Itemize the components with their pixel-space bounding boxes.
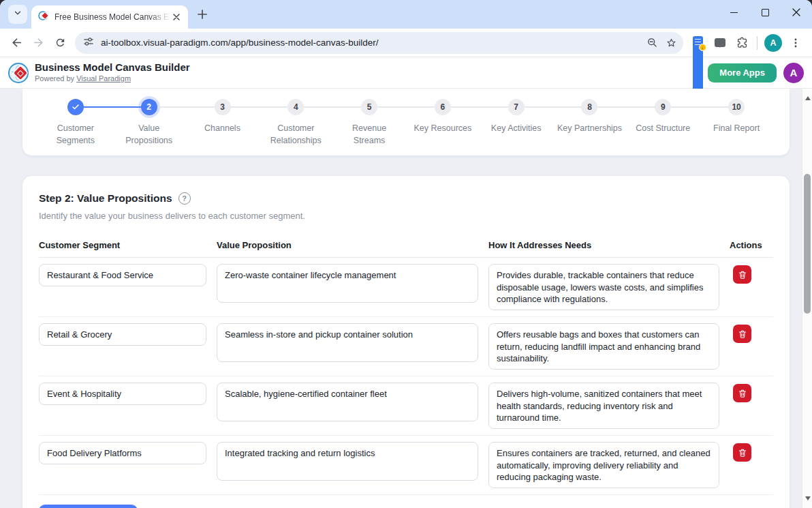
minimize-button[interactable] bbox=[718, 0, 749, 25]
browser-profile-avatar[interactable]: A bbox=[764, 34, 782, 52]
step-number: 3 bbox=[220, 102, 225, 112]
reload-button[interactable] bbox=[49, 32, 71, 54]
stepper-step[interactable]: 10 Final Report bbox=[700, 98, 773, 155]
step-connector bbox=[157, 106, 186, 108]
delete-row-button[interactable] bbox=[733, 384, 751, 402]
step-circle[interactable]: 9 bbox=[655, 99, 671, 115]
step-label: Revenue Streams bbox=[335, 122, 403, 147]
scroll-down-icon[interactable] bbox=[805, 496, 811, 503]
step-circle[interactable]: 4 bbox=[287, 99, 304, 115]
stepper-step[interactable]: 3 Channels bbox=[186, 98, 260, 155]
site-settings-icon[interactable] bbox=[83, 36, 94, 50]
star-icon bbox=[666, 37, 677, 48]
customer-segment-input[interactable] bbox=[39, 264, 206, 286]
close-button[interactable] bbox=[781, 0, 812, 25]
stepper-step[interactable]: 5 Revenue Streams bbox=[332, 98, 406, 155]
scroll-up-icon[interactable] bbox=[805, 93, 811, 100]
column-header: How It Addresses Needs bbox=[488, 240, 719, 250]
stepper-step[interactable]: 2 Value Propositions bbox=[112, 98, 186, 155]
stepper-step[interactable]: 7 Key Activities bbox=[480, 98, 553, 155]
user-avatar[interactable]: A bbox=[783, 63, 804, 83]
chat-bubble-icon bbox=[715, 38, 725, 47]
delete-row-button[interactable] bbox=[733, 443, 751, 462]
value-proposition-input[interactable] bbox=[217, 383, 478, 421]
zoom-indicator-button[interactable] bbox=[642, 33, 661, 53]
step-label: Value Propositions bbox=[115, 122, 183, 147]
step-circle[interactable]: 1 bbox=[67, 99, 84, 115]
address-bar[interactable]: ai-toolbox.visual-paradigm.com/app/busin… bbox=[75, 32, 683, 54]
table-body bbox=[39, 258, 773, 495]
column-header: Value Proposition bbox=[217, 240, 478, 250]
step-label: Customer Relationships bbox=[262, 122, 330, 147]
tab-close-icon[interactable] bbox=[170, 11, 183, 23]
value-proposition-input[interactable] bbox=[217, 264, 478, 303]
step-circle[interactable]: 8 bbox=[581, 99, 597, 115]
app-header: Business Model Canvas Builder Powered by… bbox=[0, 57, 812, 89]
step-number: 7 bbox=[514, 102, 518, 112]
stepper-step[interactable]: 4 Customer Relationships bbox=[259, 98, 332, 155]
needs-input[interactable] bbox=[488, 442, 719, 488]
step-subtitle: Identify the value your business deliver… bbox=[39, 211, 773, 221]
step-circle[interactable]: 6 bbox=[435, 99, 451, 115]
bookmark-star-button[interactable] bbox=[661, 33, 681, 53]
chevron-down-icon bbox=[13, 8, 22, 20]
customer-segment-input[interactable] bbox=[39, 383, 206, 405]
help-icon[interactable]: ? bbox=[178, 192, 191, 205]
step-circle[interactable]: 5 bbox=[361, 99, 377, 115]
more-apps-button[interactable]: More Apps bbox=[708, 63, 777, 83]
document-extension-icon: ↓ bbox=[693, 36, 704, 50]
step-connector bbox=[377, 106, 406, 108]
stepper-step[interactable]: 8 Key Partnerships bbox=[553, 98, 627, 155]
toolbar-separator bbox=[757, 36, 758, 50]
stepper-step[interactable]: 1 Customer Segments bbox=[39, 98, 112, 155]
step-connector bbox=[186, 106, 215, 108]
customer-segment-input[interactable] bbox=[39, 442, 206, 464]
browser-menu-button[interactable] bbox=[785, 32, 807, 54]
needs-input[interactable] bbox=[488, 383, 719, 429]
extensions-button[interactable] bbox=[731, 32, 753, 54]
delete-row-button[interactable] bbox=[733, 265, 751, 284]
step-circle[interactable]: 10 bbox=[728, 99, 745, 115]
reload-icon bbox=[54, 37, 66, 48]
stepper-step[interactable]: 6 Key Resources bbox=[406, 98, 480, 155]
needs-input[interactable] bbox=[488, 264, 719, 310]
needs-input[interactable] bbox=[488, 323, 719, 370]
tab-title: Free Business Model Canvas Edi bbox=[54, 12, 170, 22]
step-connector bbox=[231, 106, 260, 108]
tab-search-button[interactable] bbox=[8, 5, 27, 24]
back-button[interactable] bbox=[5, 32, 27, 54]
step-connector bbox=[112, 106, 141, 108]
scrollbar-thumb[interactable] bbox=[804, 174, 811, 314]
step-label: Key Resources bbox=[409, 122, 477, 134]
step-number: 10 bbox=[732, 102, 740, 112]
table-header-row: Customer Segment Value Proposition How I… bbox=[39, 240, 773, 258]
page-scrollbar[interactable] bbox=[802, 89, 812, 508]
new-tab-button[interactable] bbox=[193, 5, 211, 23]
delete-row-button[interactable] bbox=[733, 325, 751, 343]
step-label: Final Report bbox=[702, 122, 770, 134]
step-label: Customer Segments bbox=[42, 122, 110, 147]
step-connector bbox=[84, 106, 112, 108]
trash-icon bbox=[738, 329, 747, 339]
step-circle[interactable]: 2 bbox=[141, 99, 157, 115]
stepper-step[interactable]: 9 Cost Structure bbox=[626, 98, 700, 155]
maximize-icon bbox=[762, 9, 769, 16]
app-title: Business Model Canvas Builder bbox=[35, 61, 190, 74]
browser-tab[interactable]: Free Business Model Canvas Edi bbox=[31, 5, 188, 29]
value-proposition-input[interactable] bbox=[217, 442, 478, 481]
step-connector bbox=[304, 106, 332, 108]
chat-extension-button[interactable] bbox=[709, 32, 731, 54]
customer-segment-input[interactable] bbox=[39, 323, 206, 346]
check-icon bbox=[72, 103, 80, 111]
docs-extension-button[interactable]: ↓ bbox=[687, 32, 709, 54]
step-label: Channels bbox=[188, 122, 256, 134]
step-circle[interactable]: 7 bbox=[508, 99, 525, 115]
visual-paradigm-link[interactable]: Visual Paradigm bbox=[76, 74, 131, 83]
step-circle[interactable]: 3 bbox=[215, 99, 231, 115]
value-proposition-input[interactable] bbox=[217, 323, 478, 362]
forward-button[interactable] bbox=[27, 32, 49, 54]
add-row-button[interactable] bbox=[39, 505, 138, 508]
maximize-button[interactable] bbox=[749, 0, 781, 25]
page-body: 1 Customer Segments 2 Value Propositions… bbox=[0, 89, 812, 508]
column-header: Actions bbox=[730, 240, 761, 250]
